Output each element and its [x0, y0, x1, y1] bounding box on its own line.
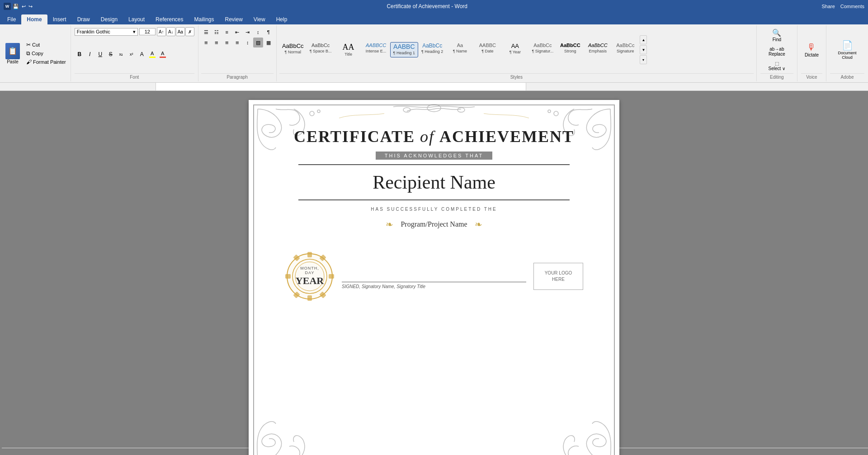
bold-button[interactable]: B — [75, 49, 85, 59]
select-button[interactable]: ⬚ Select ∨ — [760, 60, 793, 72]
align-left-button[interactable]: ≡ — [201, 38, 211, 47]
text-effects-button[interactable]: A — [137, 49, 147, 59]
subscript-button[interactable]: x₂ — [116, 49, 126, 59]
clear-formatting-button[interactable]: ✗ — [185, 27, 194, 36]
strikethrough-button[interactable]: S — [106, 49, 116, 59]
styles-group: AaBbCc ¶ Normal AaBbCc ¶ Space B... AA T… — [277, 25, 757, 81]
tab-home[interactable]: Home — [21, 14, 47, 24]
tab-design[interactable]: Design — [95, 14, 123, 24]
cut-icon: ✂ — [26, 42, 31, 48]
font-color-button[interactable]: A — [158, 49, 168, 59]
format-painter-icon: 🖌 — [26, 59, 32, 65]
multilevel-list-button[interactable]: ≡ — [222, 27, 232, 37]
style-item-space-before[interactable]: AaBbCc ¶ Space B... — [307, 42, 335, 57]
font-group: Franklin Gothic ▾ 12 A↑ A↓ Aa ✗ B I U S … — [71, 25, 198, 81]
adobe-group: 📄 Document Cloud Adobe — [826, 25, 868, 81]
style-preview-year: AA — [511, 43, 519, 49]
font-name-selector[interactable]: Franklin Gothic ▾ — [75, 28, 138, 36]
ribbon-tabs: File Home Insert Draw Design Layout Refe… — [0, 13, 868, 24]
justify-button[interactable]: ≡ — [232, 38, 242, 47]
voice-group-label: Voice — [801, 73, 822, 80]
increase-font-size-button[interactable]: A↑ — [157, 27, 166, 36]
style-preview-signature: AaBbCc — [533, 43, 552, 48]
svg-rect-15 — [286, 275, 290, 278]
align-center-button[interactable]: ≡ — [212, 38, 222, 47]
bullets-button[interactable]: ☰ — [201, 27, 211, 37]
tab-layout[interactable]: Layout — [123, 14, 150, 24]
program-name[interactable]: Program/Project Name — [401, 220, 467, 228]
style-item-name[interactable]: Aa ¶ Name — [446, 42, 473, 57]
comments-button[interactable]: Comments — [840, 4, 864, 9]
shading-button[interactable]: ▨ — [253, 38, 263, 47]
style-name-date: ¶ Date — [481, 49, 493, 53]
styles-scroll-controls: ▲ ▼ ▾ — [640, 35, 647, 64]
seal-text: MONTH, DAY YEAR — [296, 266, 324, 287]
tab-insert[interactable]: Insert — [47, 14, 72, 24]
styles-more-button[interactable]: ▾ — [640, 55, 647, 64]
numbering-button[interactable]: ☷ — [212, 27, 222, 37]
styles-group-label: Styles — [279, 73, 754, 80]
align-right-button[interactable]: ≡ — [222, 38, 232, 47]
redo-button[interactable]: ↪ — [28, 4, 33, 9]
style-item-normal[interactable]: AaBbCc ¶ Normal — [279, 42, 307, 57]
style-item-intense-emph[interactable]: AABBCC Intense E... — [363, 42, 390, 57]
style-item-heading1[interactable]: AABBC ¶ Heading 1 — [390, 42, 418, 57]
tab-references[interactable]: References — [150, 14, 189, 24]
text-highlight-button[interactable]: A — [147, 49, 157, 59]
font-size-buttons: A↑ A↓ Aa ✗ — [157, 27, 194, 36]
certificate-subtitle: THIS ACKNOWLEDGES THAT — [376, 152, 492, 160]
title-bar-right: Share Comments — [821, 4, 864, 9]
paste-button[interactable]: 📋 Paste — [3, 41, 23, 66]
styles-gallery: AaBbCc ¶ Normal AaBbCc ¶ Space B... AA T… — [279, 27, 754, 72]
cut-button[interactable]: ✂ Cut — [24, 41, 68, 49]
style-item-year[interactable]: AA ¶ Year — [501, 42, 528, 57]
adobe-button[interactable]: 📄 Document Cloud — [830, 27, 864, 72]
share-button[interactable]: Share — [821, 4, 835, 9]
format-painter-button[interactable]: 🖌 Format Painter — [24, 58, 68, 66]
underline-button[interactable]: U — [95, 49, 105, 59]
style-preview-intense-emph: AABBCC — [366, 43, 386, 48]
microphone-icon: 🎙 — [807, 42, 816, 52]
italic-button[interactable]: I — [85, 49, 95, 59]
style-item-emphasis[interactable]: AaBbCC Emphasis — [584, 42, 611, 57]
style-item-strong[interactable]: AaBbCC Strong — [557, 42, 584, 57]
tab-help[interactable]: Help — [271, 14, 293, 24]
save-button[interactable]: 💾 — [13, 4, 19, 9]
font-size-input[interactable]: 12 — [139, 28, 156, 35]
decrease-font-size-button[interactable]: A↓ — [166, 27, 175, 36]
decrease-indent-button[interactable]: ⇤ — [232, 27, 242, 37]
style-item-date[interactable]: AABBC ¶ Date — [474, 42, 501, 57]
superscript-button[interactable]: x² — [127, 49, 137, 59]
certificate-line-2 — [298, 199, 570, 200]
line-spacing-button[interactable]: ↕ — [243, 38, 253, 47]
change-case-button[interactable]: Aa — [176, 27, 185, 36]
logo-text: YOUR LOGO HERE — [545, 270, 572, 283]
show-hide-button[interactable]: ¶ — [264, 27, 274, 37]
title-bar: W 💾 ↩ ↪ Certificate of Achievement - Wor… — [0, 0, 868, 13]
style-preview-strong: AaBbCC — [560, 43, 580, 48]
tab-view[interactable]: View — [248, 14, 271, 24]
tab-mailings[interactable]: Mailings — [189, 14, 219, 24]
find-button[interactable]: 🔍 Find — [760, 27, 793, 43]
dictate-button[interactable]: 🎙 Dictate — [801, 27, 822, 72]
style-item-signature[interactable]: AaBbCc ¶ Signatur... — [529, 42, 556, 57]
styles-scroll-down[interactable]: ▼ — [640, 45, 647, 54]
style-name-name: ¶ Name — [453, 49, 467, 53]
style-name-heading1: ¶ Heading 1 — [393, 51, 415, 55]
borders-button[interactable]: ▦ — [264, 38, 274, 47]
copy-button[interactable]: ⧉ Copy — [24, 49, 68, 57]
paragraph-buttons: ☰ ☷ ≡ ⇤ ⇥ ↕ ¶ ≡ ≡ ≡ ≡ ↕ ▨ ▦ — [201, 27, 274, 47]
styles-scroll-up[interactable]: ▲ — [640, 35, 647, 44]
font-row-1: Franklin Gothic ▾ 12 A↑ A↓ Aa ✗ — [75, 27, 194, 36]
recipient-name[interactable]: Recipient Name — [373, 171, 495, 193]
tab-file[interactable]: File — [2, 14, 21, 24]
style-item-heading2[interactable]: AaBbCc ¶ Heading 2 — [419, 42, 446, 57]
tab-review[interactable]: Review — [220, 14, 248, 24]
style-item-signature2[interactable]: AaBbCc Signature — [612, 42, 639, 57]
style-item-title[interactable]: AA Title — [335, 42, 362, 57]
increase-indent-button[interactable]: ⇥ — [243, 27, 253, 37]
sort-button[interactable]: ↕ — [253, 27, 263, 37]
tab-draw[interactable]: Draw — [72, 14, 95, 24]
undo-button[interactable]: ↩ — [22, 4, 26, 9]
replace-button[interactable]: ab→ab Replace — [760, 45, 793, 58]
